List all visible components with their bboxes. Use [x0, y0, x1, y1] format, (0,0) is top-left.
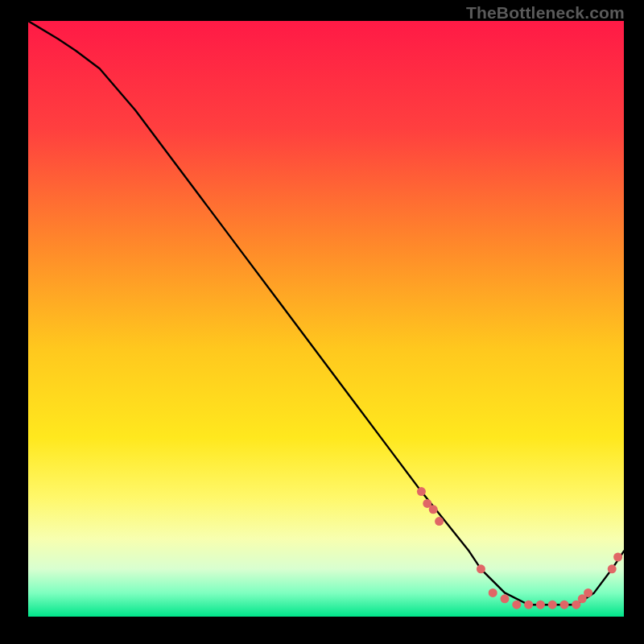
plot-area	[28, 21, 624, 617]
data-marker	[584, 588, 592, 597]
data-marker	[429, 505, 438, 514]
data-marker	[613, 553, 622, 562]
chart-stage: TheBottleneck.com	[0, 0, 644, 644]
data-marker	[435, 517, 444, 526]
data-marker	[477, 564, 485, 573]
data-marker	[536, 601, 545, 609]
data-marker	[512, 601, 521, 609]
data-marker	[501, 594, 510, 603]
data-marker	[548, 601, 557, 609]
watermark-text: TheBottleneck.com	[466, 3, 625, 23]
markers-group	[417, 487, 622, 609]
bottleneck-curve	[28, 21, 624, 605]
data-marker	[608, 564, 617, 573]
data-marker	[524, 601, 533, 609]
data-marker	[417, 487, 426, 496]
data-marker	[489, 588, 497, 597]
curve-layer	[28, 21, 624, 617]
data-marker	[560, 601, 569, 609]
